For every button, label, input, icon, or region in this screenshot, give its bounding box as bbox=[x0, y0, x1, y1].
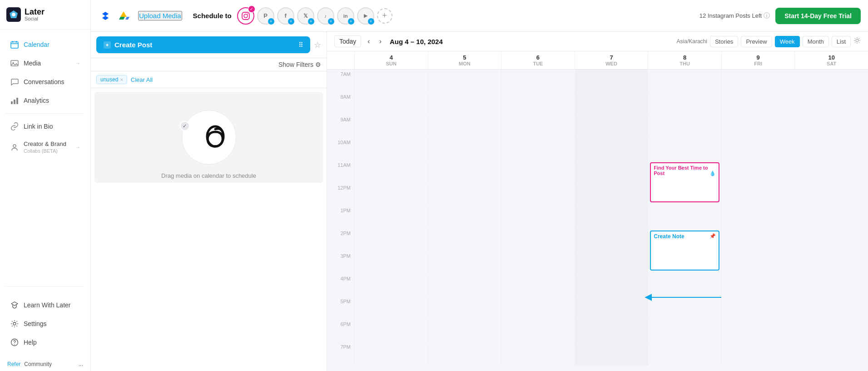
day-cell-day-wed-7[interactable] bbox=[575, 229, 648, 251]
calendar-settings-button[interactable] bbox=[853, 37, 861, 46]
day-cell-day-fri-2[interactable] bbox=[722, 115, 795, 138]
sidebar-item-link-in-bio[interactable]: Link in Bio bbox=[3, 117, 88, 135]
day-cell-day-fri-10[interactable] bbox=[722, 297, 795, 320]
day-cell-day-wed-12[interactable] bbox=[575, 342, 648, 365]
day-cell-day-wed-10[interactable] bbox=[575, 297, 648, 320]
day-cell-day-tue-8[interactable] bbox=[501, 251, 575, 274]
day-cell-day-wed-9[interactable] bbox=[575, 274, 648, 297]
day-cell-day-sat-7[interactable] bbox=[795, 229, 868, 251]
day-cell-day-wed-2[interactable] bbox=[575, 115, 648, 138]
create-note-event[interactable]: Create Note 📌 bbox=[650, 231, 719, 271]
day-cell-day-sun-6[interactable] bbox=[355, 206, 428, 229]
facebook-social-button[interactable]: f + bbox=[277, 7, 294, 25]
sidebar-item-help[interactable]: Help bbox=[3, 333, 88, 351]
day-cell-day-sun-11[interactable] bbox=[355, 320, 428, 342]
day-cell-day-sat-11[interactable] bbox=[795, 320, 868, 342]
day-cell-thu-10[interactable] bbox=[648, 115, 721, 138]
day-cell-day-sat-10[interactable] bbox=[795, 297, 868, 320]
day-cell-day-mon-0[interactable] bbox=[428, 70, 501, 92]
gdrive-icon[interactable] bbox=[116, 9, 131, 23]
sidebar-item-creator-brand[interactable]: Creator & BrandCollabs (BETA) → bbox=[3, 136, 88, 159]
day-cell-day-wed-5[interactable] bbox=[575, 183, 648, 206]
day-cell-day-mon-3[interactable] bbox=[428, 138, 501, 160]
day-cell-day-tue-9[interactable] bbox=[501, 274, 575, 297]
day-cell-day-sat-0[interactable] bbox=[795, 70, 868, 92]
day-cell-day-sun-9[interactable] bbox=[355, 274, 428, 297]
upload-media-button[interactable]: Upload Media bbox=[138, 11, 182, 20]
day-cell-thu-6[interactable] bbox=[648, 206, 721, 229]
day-cell-day-fri-1[interactable] bbox=[722, 92, 795, 115]
day-cell-day-sat-3[interactable] bbox=[795, 138, 868, 160]
media-item[interactable]: ✓ Drag media on calendar to schedule bbox=[94, 92, 323, 183]
sidebar-item-media[interactable]: Media → bbox=[3, 54, 88, 72]
day-cell-day-sat-12[interactable] bbox=[795, 342, 868, 365]
preview-view-button[interactable]: Preview bbox=[741, 36, 772, 47]
day-cell-day-mon-10[interactable] bbox=[428, 297, 501, 320]
trial-button[interactable]: Start 14-Day Free Trial bbox=[775, 8, 861, 24]
community-link[interactable]: Community bbox=[24, 361, 52, 367]
prev-period-button[interactable]: ‹ bbox=[365, 35, 372, 47]
day-cell-thu-3[interactable] bbox=[648, 274, 721, 297]
star-button[interactable]: ☆ bbox=[314, 40, 321, 50]
youtube-social-button[interactable]: ▶ + bbox=[357, 7, 374, 25]
more-options[interactable]: ... bbox=[79, 361, 83, 367]
today-button[interactable]: Today bbox=[334, 35, 361, 47]
next-period-button[interactable]: › bbox=[377, 35, 384, 47]
linkedin-social-button[interactable]: in + bbox=[337, 7, 354, 25]
day-cell-day-sun-5[interactable] bbox=[355, 183, 428, 206]
day-cell-day-tue-1[interactable] bbox=[501, 92, 575, 115]
find-best-time-event[interactable]: Find Your Best Time to Post 💧 bbox=[650, 162, 719, 202]
day-cell-day-sun-12[interactable] bbox=[355, 342, 428, 365]
day-cell-day-mon-4[interactable] bbox=[428, 160, 501, 183]
list-view-button[interactable]: List bbox=[832, 36, 851, 47]
filter-tag-remove[interactable]: × bbox=[120, 77, 123, 82]
day-cell-day-mon-11[interactable] bbox=[428, 320, 501, 342]
day-cell-day-sat-2[interactable] bbox=[795, 115, 868, 138]
day-cell-day-wed-8[interactable] bbox=[575, 251, 648, 274]
show-filters-button[interactable]: Show Filters ⚙ bbox=[278, 61, 321, 68]
day-cell-day-sun-7[interactable] bbox=[355, 229, 428, 251]
day-cell-day-sat-8[interactable] bbox=[795, 251, 868, 274]
day-cell-day-tue-7[interactable] bbox=[501, 229, 575, 251]
day-cell-day-fri-0[interactable] bbox=[722, 70, 795, 92]
tiktok-social-button[interactable]: ♪ + bbox=[317, 7, 334, 25]
day-cell-day-wed-3[interactable] bbox=[575, 138, 648, 160]
day-cell-day-wed-1[interactable] bbox=[575, 92, 648, 115]
day-cell-day-wed-0[interactable] bbox=[575, 70, 648, 92]
day-cell-day-tue-6[interactable] bbox=[501, 206, 575, 229]
day-cell-day-sat-1[interactable] bbox=[795, 92, 868, 115]
day-cell-day-sat-4[interactable] bbox=[795, 160, 868, 183]
day-cell-thu-12[interactable] bbox=[648, 70, 721, 92]
day-cell-thu-2[interactable] bbox=[648, 297, 721, 320]
dropbox-icon[interactable] bbox=[98, 9, 113, 23]
day-cell-day-sat-9[interactable] bbox=[795, 274, 868, 297]
day-cell-day-sat-6[interactable] bbox=[795, 206, 868, 229]
day-cell-day-tue-2[interactable] bbox=[501, 115, 575, 138]
day-cell-day-fri-11[interactable] bbox=[722, 320, 795, 342]
day-cell-day-wed-6[interactable] bbox=[575, 206, 648, 229]
day-cell-day-tue-11[interactable] bbox=[501, 320, 575, 342]
day-cell-day-tue-5[interactable] bbox=[501, 183, 575, 206]
day-cell-day-mon-2[interactable] bbox=[428, 115, 501, 138]
day-cell-day-fri-4[interactable] bbox=[722, 160, 795, 183]
day-cell-day-fri-7[interactable] bbox=[722, 229, 795, 251]
day-cell-day-tue-10[interactable] bbox=[501, 297, 575, 320]
day-cell-day-mon-7[interactable] bbox=[428, 229, 501, 251]
day-cell-thu-11[interactable] bbox=[648, 92, 721, 115]
day-cell-day-fri-9[interactable] bbox=[722, 274, 795, 297]
day-cell-day-sun-10[interactable] bbox=[355, 297, 428, 320]
day-cell-day-tue-0[interactable] bbox=[501, 70, 575, 92]
day-cell-day-sun-0[interactable] bbox=[355, 70, 428, 92]
clear-all-button[interactable]: Clear All bbox=[131, 76, 153, 83]
day-cell-day-mon-9[interactable] bbox=[428, 274, 501, 297]
day-cell-day-mon-12[interactable] bbox=[428, 342, 501, 365]
sidebar-item-learn[interactable]: Learn With Later bbox=[3, 296, 88, 314]
add-platform-button[interactable]: + bbox=[377, 8, 392, 24]
day-cell-day-tue-4[interactable] bbox=[501, 160, 575, 183]
week-view-button[interactable]: Week bbox=[775, 36, 800, 47]
sidebar-item-calendar[interactable]: Calendar bbox=[3, 35, 88, 54]
day-cell-day-mon-5[interactable] bbox=[428, 183, 501, 206]
day-cell-day-sun-4[interactable] bbox=[355, 160, 428, 183]
day-cell-day-fri-8[interactable] bbox=[722, 251, 795, 274]
day-cell-day-tue-3[interactable] bbox=[501, 138, 575, 160]
